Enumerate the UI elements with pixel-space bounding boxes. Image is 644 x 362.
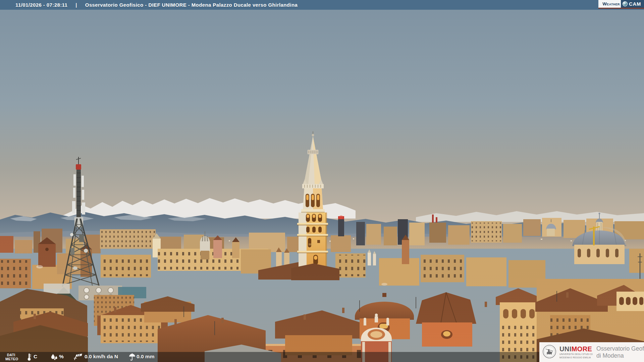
observatory-name: Osservatorio Geofisico di Modena — [596, 345, 644, 359]
weather-bar-label: DATI METEO — [5, 353, 17, 361]
thermometer-icon — [27, 353, 32, 361]
unimore-logo[interactable]: UNIMORE UNIVERSITÀ DEGLI STUDI DI MODENA… — [539, 342, 644, 362]
webcam-photo — [0, 0, 644, 362]
unimore-wordmark-text: UNIMORE — [559, 346, 593, 352]
weathercam-weather-text: Weather — [602, 1, 620, 6]
humidity-value: % — [59, 354, 64, 360]
unimore-wordmark: UNIMORE UNIVERSITÀ DEGLI STUDI DI MODENA… — [559, 346, 593, 359]
weather-data-bar: DATI METEO C % — [0, 352, 539, 362]
webcam-page: 11/01/2026 - 07:28:11 | Osservatorio Geo… — [0, 0, 644, 362]
temperature-value: C — [34, 354, 37, 360]
page-title: Osservatorio Geofisico - DIEF UNIMORE - … — [85, 2, 298, 8]
wind-value: 0.0 km/h da N — [85, 354, 118, 360]
header-bar: 11/01/2026 - 07:28:11 | Osservatorio Geo… — [0, 0, 644, 10]
unimore-tagline-line1: UNIVERSITÀ DEGLI STUDI DI — [559, 353, 593, 356]
weathercam-underline — [598, 8, 644, 9]
weathercam-weather-panel: Weather — [598, 0, 621, 8]
weathercam-logo[interactable]: Weather CAM — [598, 0, 644, 9]
umbrella-icon — [128, 353, 136, 361]
weather-bar-label-line2: METEO — [5, 357, 17, 361]
unimore-uni: UNI — [559, 345, 572, 353]
unimore-tagline-line2: MODENA E REGGIO EMILIA — [559, 356, 593, 359]
wind-icon — [73, 353, 83, 361]
rain-value: 0.0 mm — [137, 354, 154, 360]
globe-icon — [623, 1, 628, 6]
red-sign-tower — [338, 215, 344, 236]
timestamp: 11/01/2026 - 07:28:11 — [15, 2, 67, 8]
unimore-seal-icon — [542, 345, 556, 360]
weather-bar-label-line1: DATI — [5, 353, 17, 357]
observatory-name-line1: Osservatorio Geofisico — [596, 345, 644, 352]
weathercam-cam-panel: CAM — [621, 0, 644, 8]
weathercam-logo-row: Weather CAM — [598, 0, 644, 8]
observatory-name-line2: di Modena — [596, 352, 644, 359]
modena-panorama — [0, 0, 644, 362]
separator: | — [75, 2, 77, 8]
weathercam-cam-text: CAM — [629, 1, 641, 7]
unimore-more: MORE — [572, 345, 592, 353]
humidity-drops-icon — [50, 353, 58, 361]
